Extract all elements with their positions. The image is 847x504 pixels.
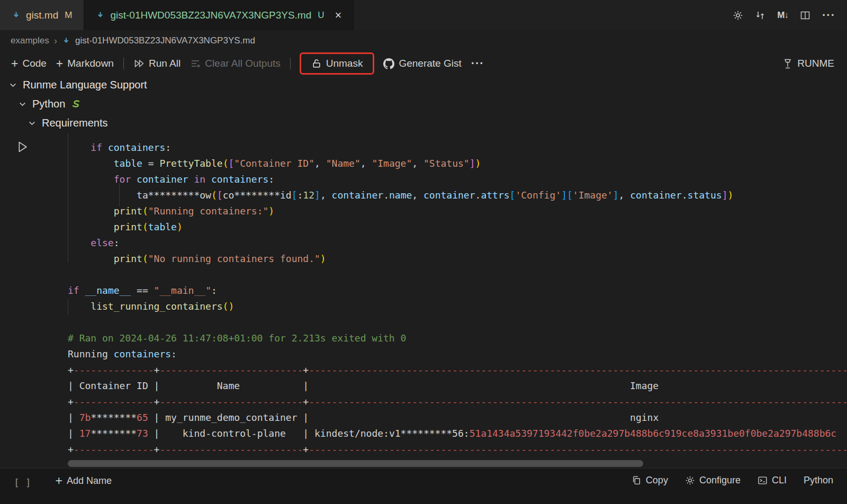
plus-icon: + bbox=[56, 58, 63, 70]
code-line: | Container ID | Name | Image bbox=[68, 378, 847, 394]
tab-title: gist.md bbox=[26, 10, 58, 21]
code-line: +--------------+------------------------… bbox=[68, 394, 847, 410]
unmask-button[interactable]: Unmask bbox=[307, 55, 368, 72]
chevron-down-icon bbox=[8, 80, 17, 89]
code-line: | 7b********65 | my_runme_demo_container… bbox=[68, 410, 847, 426]
code-line: print("No running containers found.") bbox=[68, 251, 847, 267]
terminal-icon bbox=[758, 475, 768, 485]
language-indicator[interactable]: Python bbox=[804, 475, 833, 486]
clear-all-outputs-icon bbox=[190, 58, 201, 69]
vscode-window: gist.md M gist-01HWD053BZ23JN6VA7X3NGP3Y… bbox=[0, 0, 847, 504]
breadcrumb-separator-icon: › bbox=[54, 35, 57, 47]
code-line: for container in containers: bbox=[68, 172, 847, 187]
copy-icon bbox=[632, 475, 642, 485]
tab-title: gist-01HWD053BZ23JN6VA7X3NGP3YS.md bbox=[110, 10, 311, 21]
add-code-button[interactable]: + Code bbox=[6, 55, 51, 73]
section-label: Requirements bbox=[42, 117, 108, 129]
horizontal-scrollbar[interactable] bbox=[68, 460, 643, 467]
add-markdown-label: Markdown bbox=[67, 58, 114, 69]
run-all-label: Run All bbox=[149, 58, 181, 69]
add-name-label: Add Name bbox=[67, 475, 112, 487]
copy-label: Copy bbox=[646, 475, 668, 486]
cli-label: CLI bbox=[772, 475, 787, 486]
code-line: if containers: bbox=[68, 140, 847, 156]
code-line: table = PrettyTable(["Container ID", "Na… bbox=[68, 156, 847, 172]
notebook-toolbar: + Code + Markdown Run All Clear All Outp… bbox=[0, 51, 847, 76]
copy-button[interactable]: Copy bbox=[632, 475, 668, 486]
code-line: ta*********ow([co********id[:12], contai… bbox=[68, 187, 847, 203]
markdown-file-icon bbox=[62, 37, 70, 45]
more-actions-icon[interactable]: ··· bbox=[822, 8, 835, 22]
code-block[interactable]: if containers: table = PrettyTable(["Con… bbox=[68, 140, 847, 457]
code-line: list_running_containers() bbox=[68, 299, 847, 314]
code-line: else: bbox=[68, 235, 847, 251]
run-all-icon bbox=[133, 58, 145, 69]
chevron-down-icon bbox=[28, 119, 37, 128]
markdown-preview-icon[interactable]: M↓ bbox=[777, 10, 788, 21]
editor-actions-group: M↓ ··· bbox=[733, 0, 847, 30]
tab-gist-generated-md[interactable]: gist-01HWD053BZ23JN6VA7X3NGP3YS.md U × bbox=[84, 0, 354, 30]
breadcrumb-folder[interactable]: examples bbox=[11, 35, 49, 46]
section-label: Runme Language Support bbox=[23, 79, 147, 91]
add-name-button[interactable]: + Add Name bbox=[56, 475, 112, 487]
breadcrumb-file[interactable]: gist-01HWD053BZ23JN6VA7X3NGP3YS.md bbox=[75, 35, 255, 46]
cell-editor-area: if containers: table = PrettyTable(["Con… bbox=[0, 132, 847, 468]
cli-button[interactable]: CLI bbox=[758, 475, 787, 486]
runme-label: RUNME bbox=[797, 58, 834, 69]
toolbar-separator bbox=[290, 58, 291, 69]
configure-label: Configure bbox=[699, 475, 741, 486]
language-label: Python bbox=[804, 475, 833, 486]
unmask-annotation-box: Unmask bbox=[300, 52, 375, 75]
runme-logo-icon bbox=[783, 58, 792, 69]
run-cell-button[interactable] bbox=[15, 140, 29, 154]
code-line bbox=[68, 267, 847, 283]
code-line: +--------------+------------------------… bbox=[68, 362, 847, 378]
notebook-outline: Runme Language Support Python Requiremen… bbox=[0, 75, 847, 132]
chevron-down-icon bbox=[18, 100, 27, 109]
cell-status-bar: [ ] + Add Name Copy Configure bbox=[0, 468, 847, 504]
cell-status-right-group: Copy Configure CLI Python bbox=[632, 475, 833, 486]
section-label: Python bbox=[32, 98, 65, 110]
configure-button[interactable]: Configure bbox=[685, 475, 741, 486]
python-snake-emoji bbox=[70, 100, 81, 109]
github-icon bbox=[383, 58, 394, 69]
generate-gist-button[interactable]: Generate Gist bbox=[379, 55, 466, 72]
unlock-icon bbox=[311, 58, 322, 69]
code-line: print(table) bbox=[68, 219, 847, 235]
add-markdown-button[interactable]: + Markdown bbox=[51, 55, 119, 73]
git-modified-badge: M bbox=[65, 10, 72, 21]
breadcrumb: examples › gist-01HWD053BZ23JN6VA7X3NGP3… bbox=[0, 30, 847, 51]
code-line: if __name__ == "__main__": bbox=[68, 283, 847, 299]
split-editor-icon[interactable] bbox=[800, 10, 810, 21]
settings-gear-icon[interactable] bbox=[733, 10, 743, 21]
section-runme-language-support[interactable]: Runme Language Support bbox=[0, 75, 847, 94]
gear-icon bbox=[685, 475, 695, 485]
toolbar-more-actions-icon[interactable]: ··· bbox=[466, 54, 489, 73]
code-line bbox=[68, 314, 847, 330]
tab-gist-md[interactable]: gist.md M bbox=[0, 0, 84, 30]
git-untracked-badge: U bbox=[318, 10, 324, 21]
close-tab-icon[interactable]: × bbox=[335, 10, 342, 21]
section-python[interactable]: Python bbox=[0, 94, 847, 113]
code-line: | 17********73 | kind-control-plane | ki… bbox=[68, 426, 847, 442]
editor-tab-bar: gist.md M gist-01HWD053BZ23JN6VA7X3NGP3Y… bbox=[0, 0, 847, 30]
plus-icon: + bbox=[56, 475, 62, 487]
section-requirements[interactable]: Requirements bbox=[0, 113, 847, 132]
plus-icon: + bbox=[11, 58, 18, 70]
generate-gist-label: Generate Gist bbox=[399, 58, 461, 69]
markdown-file-icon bbox=[96, 11, 105, 20]
code-line: # Ran on 2024-04-26 11:47:08+01:00 for 2… bbox=[68, 330, 847, 346]
markdown-file-icon bbox=[12, 11, 21, 20]
clear-all-outputs-label: Clear All Outputs bbox=[205, 58, 281, 69]
code-line: Running containers: bbox=[68, 346, 847, 362]
add-code-label: Code bbox=[22, 58, 46, 69]
toolbar-separator bbox=[123, 58, 124, 69]
code-line: +--------------+------------------------… bbox=[68, 442, 847, 457]
code-line: print("Running containers:") bbox=[68, 203, 847, 219]
unmask-label: Unmask bbox=[326, 58, 363, 69]
cell-brackets-icon: [ ] bbox=[14, 477, 31, 488]
open-changes-icon[interactable] bbox=[755, 10, 765, 21]
runme-button[interactable]: RUNME bbox=[783, 58, 847, 69]
run-all-button[interactable]: Run All bbox=[129, 55, 185, 72]
clear-all-outputs-button[interactable]: Clear All Outputs bbox=[185, 55, 285, 72]
